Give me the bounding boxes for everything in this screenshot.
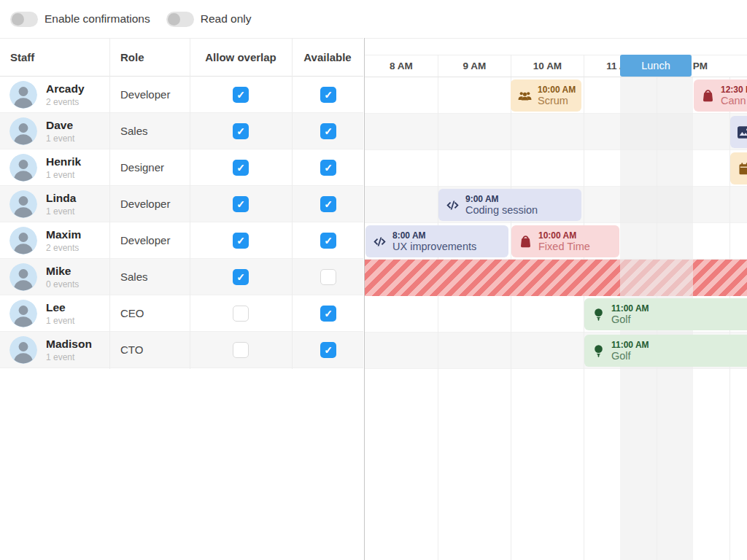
event-name: Scrum: [538, 95, 576, 107]
column-header-available[interactable]: Available: [292, 39, 363, 77]
event-cann[interactable]: 12:30 PMCann: [694, 79, 747, 112]
avatar: [9, 81, 37, 109]
event-calendar-icon[interactable]: [730, 152, 747, 184]
allow-overlap-checkbox[interactable]: [233, 306, 249, 322]
event-time: 8:00 AM: [392, 230, 476, 241]
allow-overlap-checkbox[interactable]: ✓: [233, 123, 249, 139]
staff-row-henrik[interactable]: Henrik1 eventDesigner✓✓: [0, 149, 363, 186]
timeline-pane: 8 AM9 AM10 AM11 AM12 PM Lunch 10:00 AMSc…: [365, 38, 747, 560]
available-checkbox[interactable]: ✓: [320, 233, 336, 249]
event-text: 10:00 AMFixed Time: [538, 230, 590, 253]
allow-overlap-checkbox[interactable]: ✓: [233, 233, 249, 249]
event-name: Fixed Time: [538, 241, 590, 253]
staff-row-mike[interactable]: Mike0 eventsSales✓: [0, 259, 363, 295]
event-time: 12:30 PM: [721, 85, 747, 95]
event-text: 11:00 AMGolf: [611, 340, 649, 362]
available-checkbox[interactable]: ✓: [320, 160, 336, 176]
golf-ball-icon: [592, 308, 605, 321]
code-icon: [373, 236, 387, 248]
allow-overlap-checkbox[interactable]: ✓: [233, 87, 249, 103]
column-divider: [109, 38, 110, 369]
enable-confirmations-toggle[interactable]: [10, 12, 38, 27]
role-cell[interactable]: Designer: [120, 149, 164, 186]
staff-name: Linda: [46, 192, 76, 205]
avatar: [9, 117, 37, 145]
time-axis-label: 10 AM: [511, 55, 584, 77]
image-icon: [738, 126, 747, 139]
staff-name: Mike: [46, 265, 71, 278]
staff-row-lee[interactable]: Lee1 eventCEO✓: [0, 295, 363, 332]
weight-icon: [701, 90, 715, 102]
allow-overlap-checkbox[interactable]: ✓: [233, 269, 249, 285]
allow-overlap-checkbox[interactable]: ✓: [233, 160, 249, 176]
available-checkbox[interactable]: ✓: [320, 306, 336, 322]
event-text: 10:00 AMScrum: [538, 85, 576, 107]
event-text: 8:00 AMUX improvements: [392, 230, 476, 253]
staff-name: Madison: [46, 338, 92, 351]
read-only-toggle[interactable]: [166, 12, 194, 27]
staff-row-arcady[interactable]: Arcady2 eventsDeveloper✓✓: [0, 77, 363, 113]
code-icon: [446, 199, 460, 211]
role-cell[interactable]: CEO: [120, 295, 144, 332]
staff-event-count: 1 event: [46, 133, 74, 144]
lunch-time-range-badge: Lunch: [620, 55, 692, 77]
toggle-knob: [12, 13, 24, 26]
golf-ball-icon: [592, 345, 605, 357]
column-header-staff[interactable]: Staff: [10, 39, 34, 77]
event-time: 10:00 AM: [538, 230, 590, 241]
weight-icon: [519, 236, 533, 248]
staff-event-count: 1 event: [46, 206, 74, 217]
toggle-knob: [168, 13, 180, 26]
allow-overlap-checkbox[interactable]: [233, 342, 249, 358]
event-coding-session[interactable]: 9:00 AMCoding session: [438, 189, 581, 221]
event-name: Cann: [721, 95, 747, 107]
event-text: 11:00 AMGolf: [611, 303, 649, 326]
staff-event-count: 2 events: [46, 97, 79, 107]
available-checkbox[interactable]: ✓: [320, 123, 336, 139]
event-golf[interactable]: 11:00 AMGolf: [584, 298, 747, 330]
event-name: UX improvements: [392, 241, 476, 253]
avatar: [9, 154, 37, 182]
role-cell[interactable]: CTO: [120, 332, 143, 368]
event-name: Golf: [611, 350, 649, 362]
staff-name: Lee: [46, 301, 66, 314]
read-only-label: Read only: [201, 12, 252, 26]
event-scrum[interactable]: 10:00 AMScrum: [511, 79, 581, 112]
staff-event-count: 1 event: [46, 170, 74, 180]
event-golf[interactable]: 11:00 AMGolf: [584, 335, 747, 367]
event-fixed-time[interactable]: 10:00 AMFixed Time: [511, 225, 619, 257]
event-time: 11:00 AM: [611, 303, 649, 314]
event-image-icon[interactable]: [730, 116, 747, 148]
role-cell[interactable]: Developer: [120, 186, 170, 222]
staff-row-madison[interactable]: Madison1 eventCTO✓: [0, 332, 363, 368]
available-checkbox[interactable]: ✓: [320, 87, 336, 103]
staff-row-linda[interactable]: Linda1 eventDeveloper✓✓: [0, 186, 363, 222]
users-icon: [518, 90, 532, 102]
staff-name: Dave: [46, 119, 73, 132]
event-ux-improvements[interactable]: 8:00 AMUX improvements: [365, 225, 508, 257]
available-checkbox[interactable]: ✓: [320, 342, 336, 358]
event-time: 10:00 AM: [538, 85, 576, 95]
avatar: [9, 190, 37, 218]
staff-row-maxim[interactable]: Maxim2 eventsDeveloper✓✓: [0, 222, 363, 259]
allow-overlap-checkbox[interactable]: ✓: [233, 196, 249, 212]
grid-header: Staff Role Allow overlap Available: [0, 38, 363, 77]
event-text: 12:30 PMCann: [721, 85, 747, 107]
column-header-allow-overlap[interactable]: Allow overlap: [190, 39, 292, 77]
role-cell[interactable]: Sales: [120, 259, 148, 295]
available-checkbox[interactable]: [320, 269, 336, 285]
calendar-icon: [738, 163, 747, 175]
available-checkbox[interactable]: ✓: [320, 196, 336, 212]
role-cell[interactable]: Sales: [120, 113, 148, 149]
time-axis-label: 9 AM: [438, 55, 511, 77]
column-header-role[interactable]: Role: [120, 39, 144, 77]
staff-grid: Arcady2 eventsDeveloper✓✓Dave1 eventSale…: [0, 77, 363, 368]
toolbar: Enable confirmations Read only: [0, 0, 747, 38]
staff-row-dave[interactable]: Dave1 eventSales✓✓: [0, 113, 363, 149]
event-time: 11:00 AM: [611, 340, 649, 350]
event-time: 9:00 AM: [465, 194, 538, 204]
role-cell[interactable]: Developer: [120, 222, 170, 259]
staff-event-count: 2 events: [46, 243, 79, 253]
role-cell[interactable]: Developer: [120, 77, 170, 113]
staff-event-count: 0 events: [46, 279, 79, 289]
